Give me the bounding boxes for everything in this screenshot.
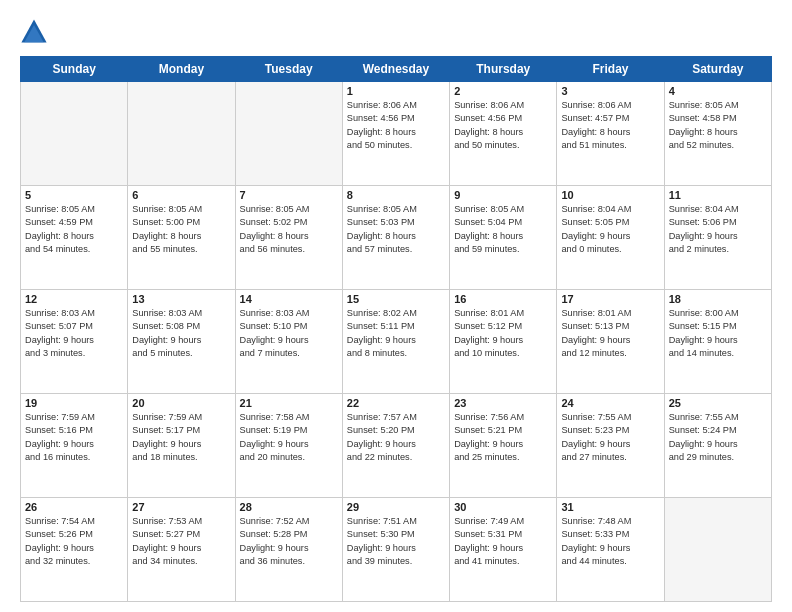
day-number: 19	[25, 397, 123, 409]
calendar-cell: 26Sunrise: 7:54 AM Sunset: 5:26 PM Dayli…	[21, 498, 128, 602]
day-info: Sunrise: 8:03 AM Sunset: 5:10 PM Dayligh…	[240, 307, 338, 360]
day-info: Sunrise: 8:00 AM Sunset: 5:15 PM Dayligh…	[669, 307, 767, 360]
day-info: Sunrise: 7:55 AM Sunset: 5:24 PM Dayligh…	[669, 411, 767, 464]
calendar-cell: 27Sunrise: 7:53 AM Sunset: 5:27 PM Dayli…	[128, 498, 235, 602]
day-number: 30	[454, 501, 552, 513]
weekday-header: Thursday	[450, 57, 557, 82]
day-info: Sunrise: 8:06 AM Sunset: 4:56 PM Dayligh…	[454, 99, 552, 152]
day-number: 18	[669, 293, 767, 305]
day-info: Sunrise: 8:06 AM Sunset: 4:56 PM Dayligh…	[347, 99, 445, 152]
calendar-cell: 22Sunrise: 7:57 AM Sunset: 5:20 PM Dayli…	[342, 394, 449, 498]
day-number: 12	[25, 293, 123, 305]
day-info: Sunrise: 8:05 AM Sunset: 5:03 PM Dayligh…	[347, 203, 445, 256]
weekday-header: Saturday	[664, 57, 771, 82]
day-number: 21	[240, 397, 338, 409]
day-number: 31	[561, 501, 659, 513]
day-number: 26	[25, 501, 123, 513]
day-number: 10	[561, 189, 659, 201]
day-info: Sunrise: 7:56 AM Sunset: 5:21 PM Dayligh…	[454, 411, 552, 464]
weekday-header: Sunday	[21, 57, 128, 82]
day-info: Sunrise: 8:03 AM Sunset: 5:08 PM Dayligh…	[132, 307, 230, 360]
calendar-cell: 5Sunrise: 8:05 AM Sunset: 4:59 PM Daylig…	[21, 186, 128, 290]
calendar-cell: 20Sunrise: 7:59 AM Sunset: 5:17 PM Dayli…	[128, 394, 235, 498]
calendar-cell: 7Sunrise: 8:05 AM Sunset: 5:02 PM Daylig…	[235, 186, 342, 290]
calendar-body: 1Sunrise: 8:06 AM Sunset: 4:56 PM Daylig…	[21, 82, 772, 602]
day-number: 23	[454, 397, 552, 409]
day-number: 9	[454, 189, 552, 201]
day-info: Sunrise: 7:49 AM Sunset: 5:31 PM Dayligh…	[454, 515, 552, 568]
day-number: 7	[240, 189, 338, 201]
day-number: 6	[132, 189, 230, 201]
day-number: 24	[561, 397, 659, 409]
weekday-header: Wednesday	[342, 57, 449, 82]
calendar-week-row: 12Sunrise: 8:03 AM Sunset: 5:07 PM Dayli…	[21, 290, 772, 394]
day-number: 14	[240, 293, 338, 305]
calendar-cell: 17Sunrise: 8:01 AM Sunset: 5:13 PM Dayli…	[557, 290, 664, 394]
day-info: Sunrise: 7:52 AM Sunset: 5:28 PM Dayligh…	[240, 515, 338, 568]
day-number: 27	[132, 501, 230, 513]
day-number: 28	[240, 501, 338, 513]
day-number: 4	[669, 85, 767, 97]
calendar-cell: 14Sunrise: 8:03 AM Sunset: 5:10 PM Dayli…	[235, 290, 342, 394]
calendar-cell: 1Sunrise: 8:06 AM Sunset: 4:56 PM Daylig…	[342, 82, 449, 186]
calendar-cell	[235, 82, 342, 186]
calendar-cell: 23Sunrise: 7:56 AM Sunset: 5:21 PM Dayli…	[450, 394, 557, 498]
calendar-cell: 30Sunrise: 7:49 AM Sunset: 5:31 PM Dayli…	[450, 498, 557, 602]
day-number: 8	[347, 189, 445, 201]
day-number: 2	[454, 85, 552, 97]
day-info: Sunrise: 8:01 AM Sunset: 5:12 PM Dayligh…	[454, 307, 552, 360]
calendar-cell: 2Sunrise: 8:06 AM Sunset: 4:56 PM Daylig…	[450, 82, 557, 186]
calendar-cell: 29Sunrise: 7:51 AM Sunset: 5:30 PM Dayli…	[342, 498, 449, 602]
day-info: Sunrise: 7:57 AM Sunset: 5:20 PM Dayligh…	[347, 411, 445, 464]
day-info: Sunrise: 7:53 AM Sunset: 5:27 PM Dayligh…	[132, 515, 230, 568]
calendar-cell: 19Sunrise: 7:59 AM Sunset: 5:16 PM Dayli…	[21, 394, 128, 498]
day-info: Sunrise: 8:05 AM Sunset: 4:59 PM Dayligh…	[25, 203, 123, 256]
day-number: 11	[669, 189, 767, 201]
calendar-cell: 16Sunrise: 8:01 AM Sunset: 5:12 PM Dayli…	[450, 290, 557, 394]
day-number: 1	[347, 85, 445, 97]
day-info: Sunrise: 8:05 AM Sunset: 5:00 PM Dayligh…	[132, 203, 230, 256]
day-number: 15	[347, 293, 445, 305]
calendar-cell: 25Sunrise: 7:55 AM Sunset: 5:24 PM Dayli…	[664, 394, 771, 498]
calendar-cell: 13Sunrise: 8:03 AM Sunset: 5:08 PM Dayli…	[128, 290, 235, 394]
day-info: Sunrise: 7:51 AM Sunset: 5:30 PM Dayligh…	[347, 515, 445, 568]
calendar-cell: 6Sunrise: 8:05 AM Sunset: 5:00 PM Daylig…	[128, 186, 235, 290]
calendar-cell	[128, 82, 235, 186]
logo	[20, 18, 52, 46]
weekday-header: Friday	[557, 57, 664, 82]
day-number: 25	[669, 397, 767, 409]
calendar-cell: 28Sunrise: 7:52 AM Sunset: 5:28 PM Dayli…	[235, 498, 342, 602]
calendar-cell: 8Sunrise: 8:05 AM Sunset: 5:03 PM Daylig…	[342, 186, 449, 290]
day-number: 16	[454, 293, 552, 305]
day-number: 29	[347, 501, 445, 513]
calendar-week-row: 26Sunrise: 7:54 AM Sunset: 5:26 PM Dayli…	[21, 498, 772, 602]
day-info: Sunrise: 7:54 AM Sunset: 5:26 PM Dayligh…	[25, 515, 123, 568]
day-info: Sunrise: 7:59 AM Sunset: 5:17 PM Dayligh…	[132, 411, 230, 464]
calendar-cell: 10Sunrise: 8:04 AM Sunset: 5:05 PM Dayli…	[557, 186, 664, 290]
calendar: SundayMondayTuesdayWednesdayThursdayFrid…	[20, 56, 772, 602]
calendar-cell: 18Sunrise: 8:00 AM Sunset: 5:15 PM Dayli…	[664, 290, 771, 394]
day-info: Sunrise: 8:05 AM Sunset: 5:04 PM Dayligh…	[454, 203, 552, 256]
day-number: 20	[132, 397, 230, 409]
header	[20, 18, 772, 46]
day-info: Sunrise: 7:59 AM Sunset: 5:16 PM Dayligh…	[25, 411, 123, 464]
day-number: 22	[347, 397, 445, 409]
day-info: Sunrise: 8:06 AM Sunset: 4:57 PM Dayligh…	[561, 99, 659, 152]
page: SundayMondayTuesdayWednesdayThursdayFrid…	[0, 0, 792, 612]
day-number: 3	[561, 85, 659, 97]
day-info: Sunrise: 8:02 AM Sunset: 5:11 PM Dayligh…	[347, 307, 445, 360]
day-number: 17	[561, 293, 659, 305]
calendar-cell	[21, 82, 128, 186]
calendar-cell: 11Sunrise: 8:04 AM Sunset: 5:06 PM Dayli…	[664, 186, 771, 290]
day-info: Sunrise: 7:48 AM Sunset: 5:33 PM Dayligh…	[561, 515, 659, 568]
day-info: Sunrise: 8:03 AM Sunset: 5:07 PM Dayligh…	[25, 307, 123, 360]
calendar-cell: 21Sunrise: 7:58 AM Sunset: 5:19 PM Dayli…	[235, 394, 342, 498]
calendar-cell: 9Sunrise: 8:05 AM Sunset: 5:04 PM Daylig…	[450, 186, 557, 290]
calendar-cell: 31Sunrise: 7:48 AM Sunset: 5:33 PM Dayli…	[557, 498, 664, 602]
weekday-header: Tuesday	[235, 57, 342, 82]
logo-icon	[20, 18, 48, 46]
calendar-cell: 12Sunrise: 8:03 AM Sunset: 5:07 PM Dayli…	[21, 290, 128, 394]
day-info: Sunrise: 7:58 AM Sunset: 5:19 PM Dayligh…	[240, 411, 338, 464]
day-info: Sunrise: 8:05 AM Sunset: 5:02 PM Dayligh…	[240, 203, 338, 256]
day-number: 5	[25, 189, 123, 201]
